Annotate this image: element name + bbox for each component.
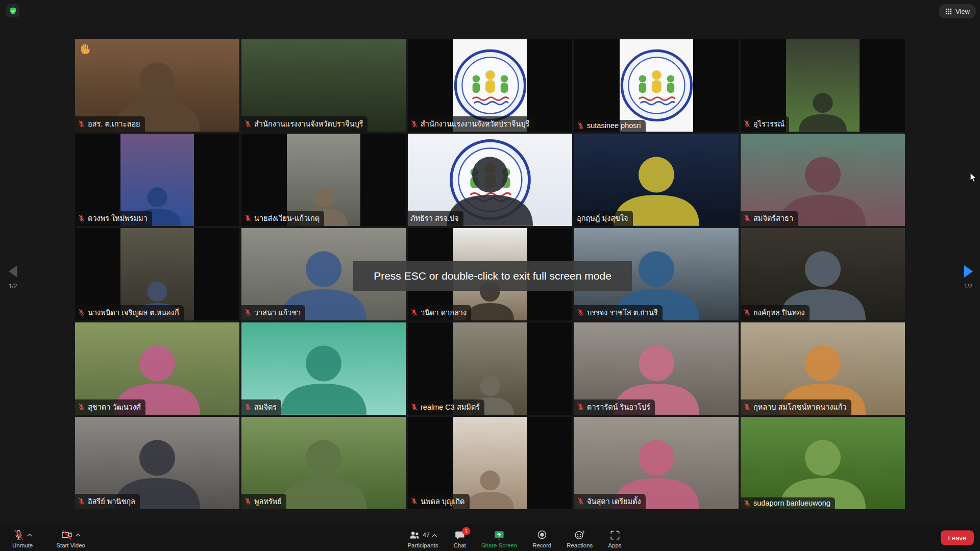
participant-name: วนิดา ดากลาง: [421, 307, 467, 318]
apps-label: Apps: [608, 542, 621, 548]
participant-name-label: กุหลาบ สมโภชน์หาดนางแก้ว: [741, 399, 851, 415]
mic-muted-icon: [577, 122, 584, 130]
unmute-button[interactable]: Unmute: [7, 524, 38, 551]
share-screen-label: Share Screen: [481, 542, 517, 548]
leave-meeting-button[interactable]: Leave: [941, 531, 974, 545]
chat-button[interactable]: 1 Chat: [449, 524, 471, 551]
participant-name: ดารารัตน์ รินอาโปร์: [587, 401, 650, 413]
participant-tile[interactable]: sutasinee phosri: [574, 39, 739, 132]
mic-muted-icon: [743, 309, 751, 316]
participant-tile[interactable]: พูลทรัพย์: [241, 417, 406, 509]
participant-name-label: อสร. ต.เกาะลอย: [75, 116, 145, 132]
participant-name-label: สำนักงานแรงงานจังหวัดปราจีนบุรี: [408, 116, 534, 132]
participant-name: นางพนิดา เจริญผล ต.หนองกี่: [88, 307, 179, 318]
next-page-arrow-icon[interactable]: [964, 265, 973, 278]
participant-name-label: อุกฤษฎ์ มุ่งสุขใจ: [574, 211, 633, 226]
participant-tile[interactable]: sudaporn banlueuwong: [741, 417, 905, 509]
participant-name-label: sutasinee phosri: [574, 120, 646, 132]
participant-name: ดวงพร ใหม่พรมมา: [88, 212, 148, 224]
participant-video: [786, 39, 860, 132]
apps-button[interactable]: Apps: [603, 524, 626, 551]
reactions-button[interactable]: Reactions: [561, 524, 598, 551]
participant-name: ภัทธิรา สรจ.ปจ: [410, 212, 459, 224]
participant-tile[interactable]: สุชาดา วัฒนวงศ์: [75, 322, 239, 415]
mic-off-icon: [13, 529, 24, 541]
participant-tile[interactable]: สำนักงานแรงงานจังหวัดปราจีนบุรี: [241, 39, 406, 132]
view-button[interactable]: View: [939, 4, 976, 18]
provincial-labour-office-logo: [453, 44, 527, 127]
participant-tile[interactable]: นพดล บุญเกิด: [408, 417, 572, 509]
unmute-options-chevron-icon[interactable]: [27, 533, 33, 537]
mic-muted-icon: [577, 497, 584, 505]
participant-name-label: จันสุดา เตรียมตั้ง: [574, 494, 646, 509]
participant-tile[interactable]: กุหลาบ สมโภชน์หาดนางแก้ว: [741, 322, 905, 415]
mic-muted-icon: [244, 120, 252, 128]
mic-muted-icon: [244, 403, 252, 411]
participant-tile[interactable]: ดารารัตน์ รินอาโปร์: [574, 322, 739, 415]
participant-name: พูลทรัพย์: [254, 495, 282, 507]
participant-name: อุไรวรรณ์: [753, 118, 785, 130]
participant-name-label: พูลทรัพย์: [241, 494, 286, 509]
participant-tile[interactable]: อุไรวรรณ์: [741, 39, 905, 132]
reactions-label: Reactions: [567, 542, 593, 548]
participant-tile[interactable]: ภัทธิรา สรจ.ปจ: [408, 134, 572, 226]
page-indicator-right: 1/2: [964, 283, 973, 290]
participant-name-label: วาสนา แก้วชา: [241, 305, 305, 320]
participant-name-label: realme C3 สมมิตร์: [408, 399, 484, 415]
participant-tile[interactable]: อสร. ต.เกาะลอย: [75, 39, 239, 132]
participant-tile[interactable]: ยงค์ยุทธ ปินทอง: [741, 228, 905, 320]
participant-tile[interactable]: อิสรีย์ พานิชกุล: [75, 417, 239, 509]
participant-name: อิสรีย์ พานิชกุล: [88, 495, 135, 507]
participant-name: สำนักงานแรงงานจังหวัดปราจีนบุรี: [254, 118, 363, 130]
participant-name-label: นางพนิดา เจริญผล ต.หนองกี่: [75, 305, 184, 320]
participant-tile[interactable]: อุกฤษฎ์ มุ่งสุขใจ: [574, 134, 739, 226]
participant-name: realme C3 สมมิตร์: [421, 401, 480, 413]
participant-video: [620, 39, 694, 132]
unmute-label: Unmute: [12, 542, 33, 548]
participant-tile[interactable]: realme C3 สมมิตร์: [408, 322, 572, 415]
meeting-security-badge[interactable]: [6, 4, 19, 17]
share-screen-icon: [493, 530, 505, 541]
provincial-labour-office-logo: [620, 44, 694, 127]
previous-page-arrow-icon[interactable]: [9, 265, 17, 278]
share-screen-button[interactable]: Share Screen: [476, 524, 522, 551]
mic-muted-icon: [78, 403, 85, 411]
mic-muted-icon: [577, 403, 584, 411]
participant-tile[interactable]: สำนักงานแรงงานจังหวัดปราจีนบุรี: [408, 39, 572, 132]
reactions-smiley-icon: [574, 530, 586, 541]
mic-muted-icon: [78, 309, 85, 316]
participant-tile[interactable]: สมจิตร์สาธา: [741, 134, 905, 226]
participant-tile[interactable]: ดวงพร ใหม่พรมมา: [75, 134, 239, 226]
start-video-button[interactable]: Start Video: [51, 524, 90, 551]
mic-muted-icon: [743, 403, 751, 411]
participant-tile[interactable]: จันสุดา เตรียมตั้ง: [574, 417, 739, 509]
mic-muted-icon: [78, 497, 85, 505]
video-off-icon: [61, 529, 73, 541]
participant-name-label: สมจิตร: [241, 399, 281, 415]
raised-hand-icon: [79, 42, 92, 56]
page-indicator-left: 1/2: [9, 283, 17, 290]
participant-name-label: บรรจง ราชโส ต.ย่านรี: [574, 305, 663, 320]
participant-name: สำนักงานแรงงานจังหวัดปราจีนบุรี: [421, 118, 529, 130]
mic-muted-icon: [743, 214, 751, 222]
participants-chevron-icon[interactable]: [432, 533, 438, 538]
record-button[interactable]: Record: [527, 524, 556, 551]
participant-name: อุกฤษฎ์ มุ่งสุขใจ: [577, 212, 628, 224]
participant-name: sutasinee phosri: [587, 121, 641, 130]
mouse-cursor: [969, 172, 978, 183]
participant-name: สุชาดา วัฒนวงศ์: [88, 401, 141, 413]
participant-tile[interactable]: นางพนิดา เจริญผล ต.หนองกี่: [75, 228, 239, 320]
participant-tile[interactable]: สมจิตร: [241, 322, 406, 415]
mic-muted-icon: [244, 497, 252, 505]
mic-muted-icon: [743, 499, 751, 507]
participants-button[interactable]: 47 Participants: [402, 524, 443, 551]
participant-name-label: สุชาดา วัฒนวงศ์: [75, 399, 145, 415]
participant-name: สมจิตร: [254, 401, 277, 413]
participant-name: บรรจง ราชโส ต.ย่านรี: [587, 307, 658, 318]
video-options-chevron-icon[interactable]: [75, 533, 81, 537]
participant-tile[interactable]: นายส่งเวียน-แก้วเกตุ: [241, 134, 406, 226]
participant-name-label: sudaporn banlueuwong: [741, 497, 835, 509]
participant-name-label: ดารารัตน์ รินอาโปร์: [574, 399, 655, 415]
participant-name: กุหลาบ สมโภชน์หาดนางแก้ว: [753, 401, 847, 413]
participants-icon: [408, 530, 421, 541]
